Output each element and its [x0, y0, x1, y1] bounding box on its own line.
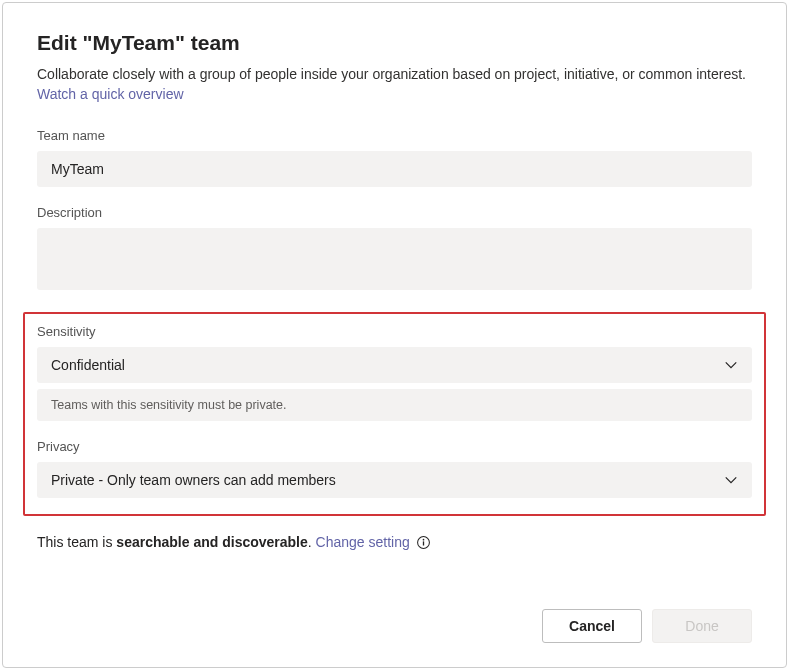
team-name-label: Team name [37, 128, 752, 143]
description-group: Description [37, 205, 752, 294]
sensitivity-group: Sensitivity Confidential Teams with this… [37, 324, 752, 421]
description-label: Description [37, 205, 752, 220]
change-setting-link[interactable]: Change setting [316, 534, 410, 550]
sensitivity-label: Sensitivity [37, 324, 752, 339]
privacy-label: Privacy [37, 439, 752, 454]
watch-overview-link[interactable]: Watch a quick overview [37, 86, 184, 102]
description-input[interactable] [37, 228, 752, 290]
sensitivity-value: Confidential [51, 357, 125, 373]
discover-prefix: This team is [37, 534, 116, 550]
discover-bold: searchable and discoverable [116, 534, 307, 550]
dialog-subtitle: Collaborate closely with a group of peop… [37, 65, 752, 104]
chevron-down-icon [724, 358, 738, 372]
discover-text: This team is searchable and discoverable… [37, 534, 410, 550]
dialog-title: Edit "MyTeam" team [37, 31, 752, 55]
discover-suffix: . [308, 534, 316, 550]
info-icon[interactable] [416, 535, 431, 550]
team-name-group: Team name [37, 128, 752, 187]
privacy-group: Privacy Private - Only team owners can a… [37, 439, 752, 498]
discoverability-line: This team is searchable and discoverable… [37, 534, 752, 550]
svg-rect-2 [423, 541, 424, 545]
cancel-button[interactable]: Cancel [542, 609, 642, 643]
svg-point-1 [422, 539, 424, 541]
chevron-down-icon [724, 473, 738, 487]
done-button: Done [652, 609, 752, 643]
dialog-footer: Cancel Done [542, 609, 752, 643]
privacy-select[interactable]: Private - Only team owners can add membe… [37, 462, 752, 498]
highlighted-section: Sensitivity Confidential Teams with this… [23, 312, 766, 516]
sensitivity-hint: Teams with this sensitivity must be priv… [37, 389, 752, 421]
privacy-value: Private - Only team owners can add membe… [51, 472, 336, 488]
subtitle-text: Collaborate closely with a group of peop… [37, 66, 746, 82]
team-name-input[interactable] [37, 151, 752, 187]
edit-team-dialog: Edit "MyTeam" team Collaborate closely w… [2, 2, 787, 668]
sensitivity-select[interactable]: Confidential [37, 347, 752, 383]
